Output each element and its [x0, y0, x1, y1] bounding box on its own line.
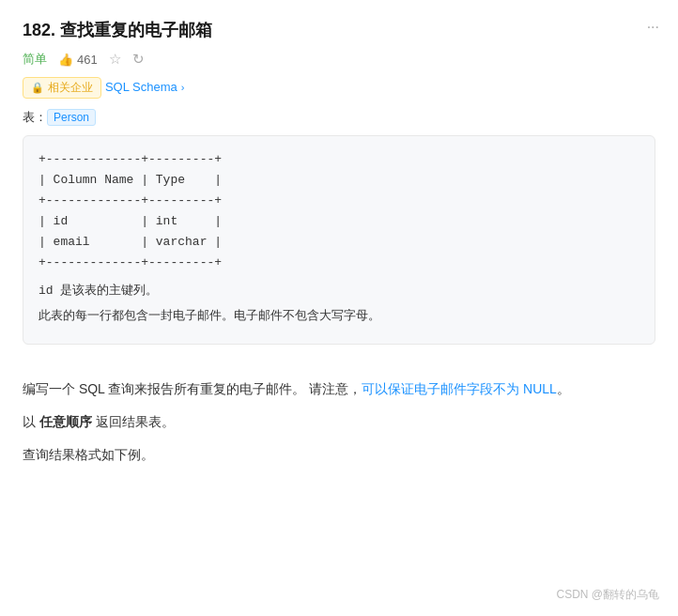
- refresh-button[interactable]: ↻: [132, 51, 145, 68]
- star-button[interactable]: ☆: [109, 51, 121, 68]
- desc-line2-bold: 任意顺序: [39, 414, 92, 429]
- schema-note-2: 此表的每一行都包含一封电子邮件。电子邮件不包含大写字母。: [39, 305, 639, 327]
- description-line2: 以 任意顺序 返回结果表。: [23, 409, 655, 435]
- thumb-icon[interactable]: 👍: [58, 53, 73, 67]
- sql-schema-label: SQL Schema: [105, 80, 177, 94]
- more-icon[interactable]: ···: [647, 19, 659, 36]
- meta-row: 简单 👍 461 ☆ ↻: [23, 51, 655, 68]
- page-title: 182. 查找重复的电子邮箱: [23, 19, 655, 41]
- likes-number: 461: [77, 53, 98, 67]
- table-prefix: 表：: [23, 110, 47, 124]
- footer-watermark: CSDN @翻转的乌龟: [556, 587, 659, 603]
- schema-content: +-------------+---------+ | Column Name …: [39, 149, 639, 274]
- desc-line1-prefix: 编写一个 SQL 查询来报告所有重复的电子邮件。 请注意，: [23, 381, 362, 396]
- schema-box: +-------------+---------+ | Column Name …: [23, 135, 655, 345]
- like-count: 👍 461: [58, 53, 98, 67]
- chevron-right-icon: ›: [181, 82, 185, 93]
- sql-schema-link[interactable]: SQL Schema ›: [105, 80, 185, 94]
- desc-line1-suffix: 。: [557, 381, 570, 396]
- desc-line1-highlight: 可以保证电子邮件字段不为 NULL: [362, 381, 557, 396]
- page-container: ··· 182. 查找重复的电子邮箱 简单 👍 461 ☆ ↻ 🔒 相关企业 S…: [0, 0, 678, 616]
- description-line1: 编写一个 SQL 查询来报告所有重复的电子邮件。 请注意，可以保证电子邮件字段不…: [23, 377, 655, 402]
- desc-line2-suffix: 返回结果表。: [92, 414, 175, 429]
- lock-icon: 🔒: [31, 82, 44, 94]
- company-tag-label: 相关企业: [48, 80, 93, 96]
- spacer: [23, 358, 655, 377]
- description-section: 编写一个 SQL 查询来报告所有重复的电子邮件。 请注意，可以保证电子邮件字段不…: [23, 377, 655, 467]
- desc-line2-prefix: 以: [23, 414, 39, 429]
- table-label: 表：Person: [23, 109, 655, 126]
- table-name-tag: Person: [47, 109, 96, 126]
- company-tag[interactable]: 🔒 相关企业: [23, 77, 101, 99]
- description-line3: 查询结果格式如下例。: [23, 442, 655, 468]
- difficulty-label: 简单: [23, 51, 47, 68]
- schema-note-1: id 是该表的主键列。: [39, 280, 639, 301]
